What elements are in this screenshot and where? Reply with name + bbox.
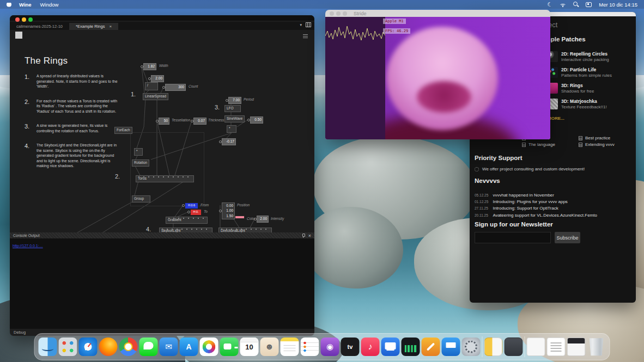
tab-label[interactable]: *Example Rings: [76, 24, 105, 29]
iobox-count[interactable]: 300: [165, 84, 186, 91]
document-dark-icon[interactable]: [567, 338, 586, 356]
iobox-intensity[interactable]: 2.00: [257, 216, 269, 223]
mail-icon[interactable]: ✉: [160, 338, 178, 356]
close-traffic-light[interactable]: [15, 17, 20, 22]
safari-icon[interactable]: [79, 338, 98, 356]
iobox-amplitude[interactable]: 0.50: [250, 116, 263, 124]
facetime-icon[interactable]: [220, 338, 239, 356]
iobox-tessellation[interactable]: 50: [159, 118, 169, 125]
instruction-number: 2.: [25, 99, 37, 114]
contacts-icon[interactable]: ☻: [260, 338, 279, 356]
photos-icon[interactable]: [200, 338, 218, 356]
patch-title[interactable]: 3D: Matrjoschka: [561, 99, 597, 104]
minimized-window-dark[interactable]: [505, 338, 523, 356]
learn-link-label[interactable]: The language: [528, 142, 555, 147]
iobox-period[interactable]: 7.00: [228, 97, 241, 104]
system-settings-icon[interactable]: [462, 338, 481, 356]
focus-moon-icon[interactable]: ☾: [547, 1, 552, 8]
node-lfo[interactable]: LFO: [224, 105, 241, 112]
tab-list-dropdown-icon[interactable]: ▾: [300, 23, 302, 27]
zoom-traffic-light[interactable]: [343, 11, 347, 16]
music-icon[interactable]: ♪: [361, 338, 380, 356]
tab-example-rings[interactable]: *Example Rings ×: [69, 23, 118, 30]
colorbox-from[interactable]: H:0.6: [185, 203, 198, 209]
debug-label[interactable]: Debug: [14, 330, 26, 335]
link-extending-vvvv[interactable]: Extending vvvv: [579, 142, 615, 147]
dock-separator[interactable]: [525, 336, 525, 357]
trash-icon[interactable]: [587, 338, 606, 356]
layout-grid-icon[interactable]: [306, 22, 311, 27]
patch-title[interactable]: 2D: Particle Life: [561, 67, 596, 72]
node-rotation[interactable]: Rotation: [132, 159, 149, 167]
finder-icon[interactable]: [39, 338, 57, 356]
menubar-clock[interactable]: Mer 10 dic 14:15: [599, 2, 637, 8]
keynote-icon[interactable]: [442, 338, 460, 356]
menu-item-wine[interactable]: Wine: [19, 2, 32, 8]
document-text-icon[interactable]: [547, 338, 566, 356]
stride-titlebar[interactable]: Stride: [325, 10, 550, 17]
podcasts-icon[interactable]: ◉: [321, 338, 339, 356]
dock-separator[interactable]: [482, 336, 483, 357]
region-foreach-label[interactable]: ForEach: [114, 127, 132, 134]
node-multiply[interactable]: *: [134, 148, 143, 156]
tab-close-icon[interactable]: ×: [109, 24, 112, 29]
render-viewport[interactable]: Apple M1 FPS: 46.29: [325, 17, 550, 139]
colorbox-light-color[interactable]: [235, 216, 245, 219]
patch-preview-square[interactable]: [15, 32, 22, 39]
firefox-icon[interactable]: [99, 338, 118, 356]
close-traffic-light[interactable]: [330, 11, 334, 16]
node-gradient[interactable]: Gradient: [166, 217, 208, 224]
news-link[interactable]: Avateering support for VL.Devices.AzureK…: [493, 213, 597, 218]
patch-title[interactable]: 3D: Rings: [561, 83, 583, 88]
node-group[interactable]: Group: [132, 195, 150, 203]
menu-item-window[interactable]: Window: [40, 2, 59, 8]
apple-tv-icon[interactable]: tv: [341, 338, 360, 356]
newsletter-email-input[interactable]: [475, 232, 551, 243]
iobox-sine-value[interactable]: -0.17: [222, 138, 236, 145]
app-store-icon[interactable]: A: [180, 338, 198, 356]
launchpad-icon[interactable]: [59, 338, 77, 356]
wifi-icon[interactable]: [560, 2, 566, 7]
notes-icon[interactable]: [281, 338, 299, 356]
pin-comment: Width: [159, 64, 168, 68]
tab-label[interactable]: callmenames-2025-12-10: [16, 24, 63, 29]
console-close-icon[interactable]: ×: [308, 233, 311, 238]
editor-titlebar[interactable]: [10, 15, 314, 21]
learn-link-label[interactable]: Best practice: [585, 136, 610, 140]
minimized-window-light[interactable]: [484, 338, 503, 356]
iobox-divisor[interactable]: 2.00: [151, 75, 164, 82]
utility-icon[interactable]: [422, 338, 440, 356]
apple-menu-icon[interactable]: [7, 2, 11, 7]
node-divide[interactable]: /: [145, 82, 158, 90]
node-torus[interactable]: Torus: [136, 175, 194, 182]
iobox-position[interactable]: 0.001.001.50: [222, 203, 235, 219]
node-linearspread[interactable]: LinearSpread: [143, 93, 168, 100]
spotlight-search-icon[interactable]: [573, 2, 579, 7]
stats-icon[interactable]: [402, 338, 420, 356]
colorbox-to[interactable]: H:0.: [190, 209, 202, 216]
minimize-traffic-light[interactable]: [22, 17, 26, 22]
document-plain-icon[interactable]: [527, 338, 545, 356]
node-sinewave[interactable]: SineWave: [224, 115, 245, 122]
console-log-link[interactable]: http://127.0.0.1:…: [13, 244, 43, 248]
reminders-icon[interactable]: [301, 338, 319, 356]
zoom-traffic-light[interactable]: [28, 17, 33, 22]
patch-canvas[interactable]: The Rings 1. A spread of linearly distri…: [10, 30, 314, 234]
calendar-icon[interactable]: 10: [240, 338, 259, 356]
subscribe-button[interactable]: Subscribe: [555, 232, 580, 243]
patch-title[interactable]: 2D: Repelling Circles: [561, 51, 607, 57]
minimize-traffic-light[interactable]: [336, 11, 341, 16]
input-source-icon[interactable]: [586, 2, 592, 7]
canvas-menu-icon[interactable]: [303, 34, 308, 38]
link-the-language[interactable]: The language: [522, 142, 555, 147]
iobox-thickness[interactable]: 0.07: [193, 118, 206, 125]
messages-icon[interactable]: [139, 338, 158, 356]
node-multiply[interactable]: *: [227, 125, 236, 133]
link-best-practice[interactable]: Best practice: [579, 136, 610, 140]
pin-icon[interactable]: [302, 234, 305, 238]
display-icon[interactable]: [381, 338, 400, 356]
iobox-width[interactable]: 1.82: [143, 63, 156, 70]
tab-callmenames[interactable]: callmenames-2025-12-10: [10, 23, 69, 30]
chrome-icon[interactable]: [119, 338, 138, 356]
learn-link-label[interactable]: Extending vvvv: [585, 142, 615, 147]
